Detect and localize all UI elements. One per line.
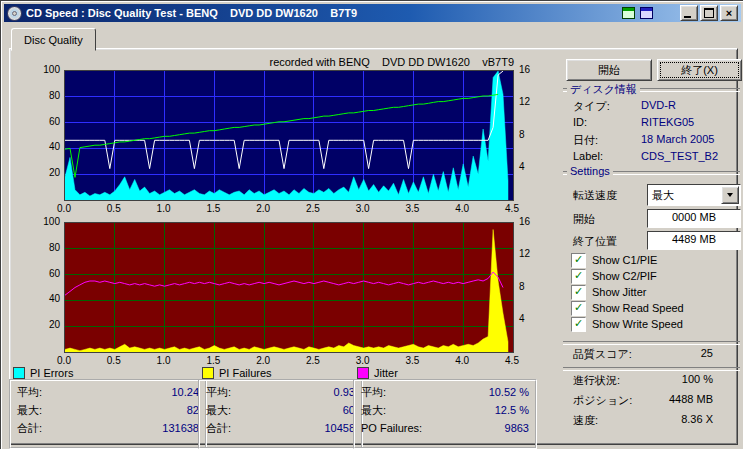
disc-date-label: 日付:	[573, 133, 598, 148]
axis-tick-label: 100	[43, 216, 60, 227]
speed-label: 速度:	[573, 413, 598, 428]
axis-tick-label: 40	[49, 293, 60, 304]
axis-tick-label: 8	[519, 129, 525, 140]
axis-tick-label: 3.0	[356, 355, 370, 366]
end-position-field[interactable]: 4489 MB	[647, 231, 741, 250]
axis-tick-label: 20	[49, 319, 60, 330]
jitter-stats-panel: 平均:10.52 % 最大:12.5 % PO Failures:9863	[353, 379, 537, 449]
stat-row: 平均:0.93	[206, 383, 355, 401]
position-label: ポジション:	[573, 393, 632, 408]
checkbox-show-c1-pie[interactable]: ✓ Show C1/PIE	[571, 253, 657, 267]
axis-tick-label: 4.5	[505, 355, 519, 366]
checkbox-label: Show Write Speed	[592, 318, 683, 330]
checkbox-show-jitter[interactable]: ✓ Show Jitter	[571, 285, 646, 299]
stat-value: 10.24	[171, 386, 199, 398]
pi-errors-stats-panel: 平均:10.24 最大:82 合計:131638	[9, 379, 207, 449]
stat-label: 平均:	[206, 385, 231, 400]
axis-tick-label: 1.5	[206, 355, 220, 366]
axis-tick-label: 80	[49, 90, 60, 101]
transfer-speed-select[interactable]: 最大	[647, 184, 741, 206]
green-document-icon	[622, 7, 635, 19]
start-button[interactable]: 開始	[566, 59, 652, 81]
close-button[interactable]: ×	[720, 5, 738, 21]
maximize-button[interactable]	[700, 5, 718, 21]
pi-errors-legend: PI Errors	[13, 367, 73, 379]
jitter-legend: Jitter	[357, 367, 398, 379]
checkbox-label: Show Jitter	[592, 286, 646, 298]
axis-tick-label: 4.0	[455, 355, 469, 366]
axis-tick-label: 2.0	[256, 355, 270, 366]
stat-label: 最大:	[17, 403, 42, 418]
start-position-label: 開始	[573, 212, 595, 227]
disc-label-label: Label:	[573, 150, 603, 162]
axis-tick-label: 16	[519, 216, 530, 227]
axis-tick-label: 12	[519, 248, 530, 259]
stat-label: 合計:	[17, 421, 42, 436]
chevron-down-icon	[727, 193, 733, 197]
maximize-icon	[704, 8, 714, 18]
recorded-with-text: recorded with BENQ DVD DD DW1620 vB7T9	[64, 56, 514, 68]
axis-tick-label: 16	[519, 64, 530, 75]
speed-value: 8.36 X	[633, 413, 713, 425]
stat-label: PO Failures:	[361, 422, 422, 434]
pi-errors-y-axis-right: 161284	[519, 70, 543, 201]
checkbox-box[interactable]: ✓	[571, 285, 586, 300]
blue-document-icon	[640, 7, 653, 19]
start-position-field[interactable]: 0000 MB	[647, 209, 741, 228]
stat-row: 平均:10.24	[17, 383, 199, 401]
axis-tick-label: 4	[519, 161, 525, 172]
transfer-speed-label: 転送速度	[573, 188, 617, 203]
window-title: CD Speed : Disc Quality Test - BENQ DVD …	[26, 7, 618, 19]
combo-dropdown-button[interactable]	[721, 186, 739, 204]
axis-tick-label: 4.0	[455, 203, 469, 214]
stat-row: 最大:12.5 %	[361, 401, 529, 419]
axis-tick-label: 1.0	[157, 355, 171, 366]
stat-value: 0.93	[334, 386, 355, 398]
stat-row: 最大:82	[17, 401, 199, 419]
stat-label: 合計:	[206, 421, 231, 436]
check-icon: ✓	[574, 286, 583, 297]
blue-app-icon[interactable]	[638, 6, 654, 20]
checkbox-box[interactable]: ✓	[571, 301, 586, 316]
checkbox-show-c2-pif[interactable]: ✓ Show C2/PIF	[571, 269, 657, 283]
pi-failures-chart-plot	[64, 222, 514, 353]
titlebar[interactable]: CD Speed : Disc Quality Test - BENQ DVD …	[4, 4, 741, 22]
stat-value: 131638	[162, 422, 199, 434]
pi-errors-swatch	[13, 367, 25, 379]
minimize-icon	[684, 16, 691, 18]
stat-row: 平均:10.52 %	[361, 383, 529, 401]
stat-row: PO Failures:9863	[361, 419, 529, 437]
settings-caption: Settings	[567, 165, 613, 177]
disc-type-value: DVD-R	[641, 99, 676, 111]
stat-label: 平均:	[361, 385, 386, 400]
axis-tick-label: 2.5	[306, 355, 320, 366]
exit-button[interactable]: 終了(X)	[657, 59, 742, 81]
quality-score-value: 25	[633, 347, 713, 359]
checkbox-box[interactable]: ✓	[571, 317, 586, 332]
tab-disc-quality[interactable]: Disc Quality	[11, 28, 96, 51]
stat-label: 平均:	[17, 385, 42, 400]
stat-row: 合計:10458	[206, 419, 355, 437]
axis-tick-label: 1.5	[206, 203, 220, 214]
checkbox-show-read-speed[interactable]: ✓ Show Read Speed	[571, 301, 684, 315]
stat-row: 最大:60	[206, 401, 355, 419]
disc-date-value: 18 March 2005	[641, 133, 714, 145]
green-app-icon[interactable]	[620, 6, 636, 20]
axis-tick-label: 0.0	[57, 355, 71, 366]
minimize-button[interactable]	[680, 5, 698, 21]
pi-failures-stats-panel: 平均:0.93 最大:60 合計:10458	[198, 379, 363, 449]
axis-tick-label: 4.5	[505, 203, 519, 214]
pi-failures-legend: PI Failures	[202, 367, 272, 379]
checkbox-box[interactable]: ✓	[571, 253, 586, 268]
stat-value: 9863	[505, 422, 529, 434]
axis-tick-label: 20	[49, 167, 60, 178]
checkbox-show-write-speed[interactable]: ✓ Show Write Speed	[571, 317, 683, 331]
progress-label: 進行状況:	[573, 373, 620, 388]
stat-row: 合計:131638	[17, 419, 199, 437]
checkbox-label: Show C1/PIE	[592, 254, 657, 266]
end-position-label: 終了位置	[573, 234, 617, 249]
checkbox-box[interactable]: ✓	[571, 269, 586, 284]
axis-tick-label: 40	[49, 141, 60, 152]
jitter-legend-label: Jitter	[374, 367, 398, 379]
axis-tick-label: 0.0	[57, 203, 71, 214]
